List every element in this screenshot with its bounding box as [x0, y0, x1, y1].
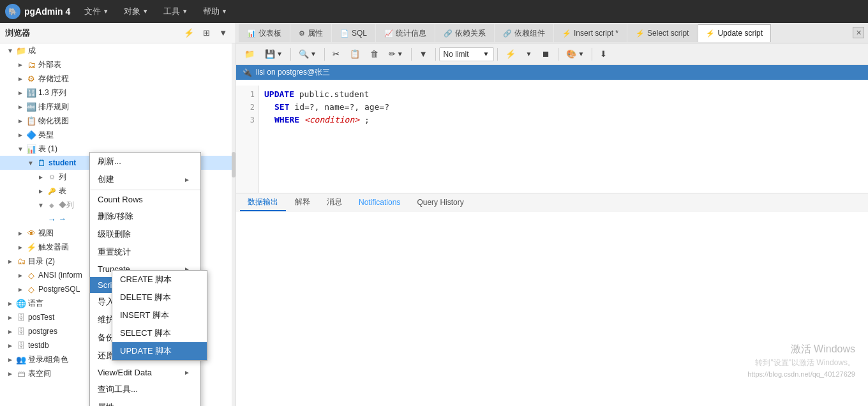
table-icon: 🗒	[36, 157, 47, 169]
tab-insert-script[interactable]: ⚡ Insert script *	[554, 24, 627, 42]
sidebar-scrollbar[interactable]	[232, 43, 236, 406]
procedure-icon: ⚙	[26, 73, 37, 84]
bottom-content: 激活 Windows 转到"设置"以激活 Windows。 https://bl…	[236, 212, 868, 406]
sequence-icon: 🔢	[26, 87, 37, 98]
copy-btn[interactable]: 📋	[345, 47, 364, 61]
format-btn[interactable]: 🎨 ▼	[562, 47, 588, 61]
tree-item[interactable]: ► 🔤 排序规则	[0, 100, 236, 114]
expand-icon: ►	[5, 370, 15, 377]
sidebar-refresh-btn[interactable]: ⚡	[181, 27, 197, 39]
ctx-create[interactable]: 创建 ►	[90, 170, 200, 188]
tree-label: 成	[28, 45, 36, 56]
tab-query-history[interactable]: Query History	[409, 195, 471, 211]
submenu-insert-script[interactable]: INSERT 脚本	[112, 306, 207, 324]
submenu-update-script[interactable]: UPDATE 脚本	[112, 342, 207, 360]
ctx-reset-stats[interactable]: 重置统计	[90, 243, 200, 261]
tree-label: testdb	[28, 341, 49, 350]
expand-icon: ►	[5, 328, 15, 335]
line-num: 3	[236, 114, 258, 126]
tree-item[interactable]: ▼ 📁 成	[0, 43, 236, 57]
tree-item[interactable]: ► 🔢 1.3 序列	[0, 86, 236, 100]
tab-messages[interactable]: 消息	[319, 194, 350, 211]
sql-toolbar: 📁 💾 ▼ 🔍 ▼ ✂ 📋 🗑 ✏ ▼ ▼ No limit ▼ ⚡ ▼ ⏹ 🎨…	[236, 43, 868, 65]
run-btn-arrow[interactable]: ▼	[521, 48, 537, 60]
tab-explain[interactable]: 解释	[287, 194, 318, 211]
tab-dashboard[interactable]: 📊 仪表板	[239, 24, 290, 42]
open-file-btn[interactable]: 📁	[240, 47, 259, 61]
delete-btn[interactable]: 🗑	[366, 47, 383, 61]
download-btn[interactable]: ⬇	[595, 47, 611, 61]
cut-btn[interactable]: ✂	[328, 47, 344, 61]
sidebar-grid-btn[interactable]: ⊞	[200, 27, 213, 39]
sidebar-filter-btn[interactable]: ▼	[216, 27, 230, 39]
tree-label: 视图	[38, 228, 54, 239]
expand-icon: ►	[15, 75, 26, 82]
tree-item[interactable]: ► ⚙ 存储过程	[0, 71, 236, 86]
app-logo: 🐘 pgAdmin 4	[5, 4, 70, 19]
sql-code[interactable]: UPDATE public.student SET id=?, name=?, …	[259, 86, 868, 193]
save-btn[interactable]: 💾 ▼	[260, 47, 287, 61]
limit-dropdown[interactable]: No limit ▼	[439, 47, 494, 61]
tree-label: 类型	[38, 130, 54, 140]
ctx-refresh[interactable]: 刷新...	[90, 153, 200, 170]
menu-file[interactable]: 文件 ▼	[78, 3, 115, 20]
scrollbar-thumb	[232, 152, 236, 177]
watermark: 激活 Windows 转到"设置"以激活 Windows。 https://bl…	[747, 341, 855, 380]
sql-icon: 📄	[340, 29, 349, 38]
right-panel: 📊 仪表板 ⚙ 属性 📄 SQL 📈 统计信息 🔗 依赖关系 🔗 依赖组件	[236, 23, 868, 406]
tab-update-script[interactable]: ⚡ Update script	[698, 24, 771, 42]
edit-btn[interactable]: ✏ ▼	[384, 47, 408, 61]
menu-help[interactable]: 帮助 ▼	[197, 3, 234, 20]
tree-item[interactable]: ► 📋 物化视图	[0, 114, 236, 128]
watermark-line2: 转到"设置"以激活 Windows。	[747, 357, 855, 369]
expand-icon: ▼	[36, 202, 46, 209]
menu-tools[interactable]: 工具 ▼	[157, 3, 194, 20]
ctx-properties[interactable]: 属性	[90, 398, 200, 406]
ctx-view-edit-data[interactable]: View/Edit Data ►	[90, 365, 200, 380]
separator	[435, 48, 436, 61]
ctx-cascade-delete[interactable]: 级联删除	[90, 225, 200, 243]
tab-notifications[interactable]: Notifications	[351, 195, 408, 211]
run-btn[interactable]: ⚡	[501, 47, 520, 61]
tab-dependents[interactable]: 🔗 依赖组件	[495, 24, 553, 42]
submenu-delete-script[interactable]: DELETE 脚本	[112, 289, 207, 306]
expand-icon: ►	[15, 132, 26, 139]
dependents-icon: 🔗	[503, 29, 512, 38]
expand-icon: ▼	[15, 146, 26, 153]
ctx-count-rows[interactable]: Count Rows	[90, 192, 200, 207]
separator	[290, 48, 291, 61]
connection-label: lisi on postgres@张三	[256, 67, 330, 78]
tab-dependencies[interactable]: 🔗 依赖关系	[435, 24, 494, 42]
tree-label: 表 (1)	[38, 144, 57, 154]
tree-label: 列	[59, 172, 66, 183]
ctx-delete[interactable]: 删除/移除	[90, 207, 200, 225]
tree-item[interactable]: ► 🔷 类型	[0, 128, 236, 142]
submenu-select-script[interactable]: SELECT 脚本	[112, 324, 207, 342]
expand-icon: ►	[36, 188, 46, 195]
close-tab-btn[interactable]: ✕	[853, 27, 864, 38]
bottom-tab-bar: 数据输出 解释 消息 Notifications Query History	[236, 193, 868, 212]
tree-label: postgres	[28, 327, 57, 336]
menu-object[interactable]: 对象 ▼	[117, 3, 154, 20]
submenu-create-script[interactable]: CREATE 脚本	[112, 271, 207, 289]
cols-icon: ⚙	[46, 171, 57, 183]
select-script-icon: ⚡	[636, 29, 645, 38]
tab-select-script[interactable]: ⚡ Select script	[627, 24, 697, 42]
separator	[497, 48, 498, 61]
tab-data-output[interactable]: 数据输出	[240, 194, 286, 211]
tree-label: 触发器函	[38, 242, 69, 253]
filter-btn[interactable]: ▼	[415, 47, 432, 61]
expand-icon: ►	[36, 174, 46, 181]
tab-properties[interactable]: ⚙ 属性	[290, 24, 331, 42]
tab-statistics[interactable]: 📈 统计信息	[376, 24, 435, 42]
tree-item[interactable]: ► 🗂 外部表	[0, 57, 236, 71]
tab-sql[interactable]: 📄 SQL	[332, 24, 375, 42]
stop-btn[interactable]: ⏹	[537, 47, 555, 61]
ctx-query-tool[interactable]: 查询工具...	[90, 380, 200, 398]
file-menu-arrow: ▼	[103, 8, 108, 15]
matview-icon: 📋	[26, 115, 37, 126]
expand-icon: ►	[15, 117, 26, 124]
tree-label: ANSI (inform	[38, 271, 82, 280]
find-btn[interactable]: 🔍 ▼	[294, 47, 321, 61]
top-tab-bar: 📊 仪表板 ⚙ 属性 📄 SQL 📈 统计信息 🔗 依赖关系 🔗 依赖组件	[236, 23, 868, 43]
